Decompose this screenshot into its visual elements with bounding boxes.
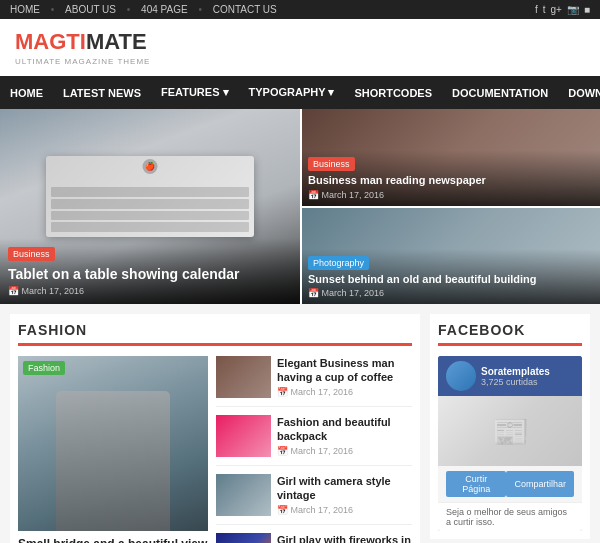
hero-item2-title: Sunset behind an old and beautiful build… — [308, 272, 594, 286]
facebook-section: FACEBOOK Soratemplates 3,725 curtidas 📰 — [430, 314, 590, 539]
fashion-main-title: Small bridge and a beautiful view of the… — [18, 536, 208, 543]
fashion-item4-title: Girl play with fireworks in nature — [277, 533, 412, 543]
hero-item-1[interactable]: Business Business man reading newspaper … — [300, 109, 600, 208]
nav-download[interactable]: DOWNLOAD THIS TEMPLATE — [558, 77, 600, 109]
fb-like-button[interactable]: Curtir Página — [446, 471, 506, 497]
fashion-item1-date: 📅 March 17, 2016 — [277, 387, 412, 397]
rss-icon[interactable]: ■ — [584, 4, 590, 15]
hero-main-tag: Business — [8, 247, 55, 261]
fashion-item3-title: Girl with camera style vintage — [277, 474, 412, 503]
twitter-icon[interactable]: t — [543, 4, 546, 15]
hero-item2-tag: Photography — [308, 256, 369, 270]
fb-sub-text: Seja o melhor de seus amigos a curtir is… — [438, 502, 582, 531]
hero-item2-date: 📅 March 17, 2016 — [308, 288, 594, 298]
hero-main-title: Tablet on a table showing calendar — [8, 265, 292, 283]
fashion-main-tag: Fashion — [23, 361, 65, 375]
nav-typography[interactable]: TYPOGRAPHY ▾ — [239, 76, 345, 109]
topbar-about[interactable]: ABOUT US — [65, 4, 116, 15]
fashion-section: FASHION Fashion Small bridge and a beaut… — [10, 314, 420, 543]
fashion-item2-title: Fashion and beautiful backpack — [277, 415, 412, 444]
fashion-item4-thumb — [216, 533, 271, 543]
logo-text-red: MAGTI — [15, 29, 86, 54]
fashion-item1-info: Elegant Business man having a cup of cof… — [277, 356, 412, 398]
logo-area: MAGTIMATE ULTIMATE MAGAZINE THEME — [0, 19, 600, 76]
fashion-list-item-3[interactable]: Girl with camera style vintage 📅 March 1… — [216, 474, 412, 525]
fb-avatar — [446, 361, 476, 391]
hero-item1-title: Business man reading newspaper — [308, 173, 594, 187]
fb-fans: 3,725 curtidas — [481, 377, 550, 387]
fashion-item1-thumb — [216, 356, 271, 398]
hero-main[interactable]: 🍎 Business Tablet on a table showing cal… — [0, 109, 300, 304]
fb-info: Soratemplates 3,725 curtidas — [481, 366, 550, 387]
top-bar-links[interactable]: HOME • ABOUT US • 404 PAGE • CONTACT US — [10, 4, 285, 15]
facebook-title: FACEBOOK — [438, 322, 582, 338]
logo-subtitle: ULTIMATE MAGAZINE THEME — [15, 57, 150, 66]
camera-icon[interactable]: 📷 — [567, 4, 579, 15]
hero-item1-tag: Business — [308, 157, 355, 171]
navigation: HOME LATEST NEWS FEATURES ▾ TYPOGRAPHY ▾… — [0, 76, 600, 109]
fashion-item4-info: Girl play with fireworks in nature 📅 Mar… — [277, 533, 412, 543]
fb-share-button[interactable]: Compartilhar — [506, 471, 574, 497]
fashion-item3-info: Girl with camera style vintage 📅 March 1… — [277, 474, 412, 516]
fashion-list: Elegant Business man having a cup of cof… — [216, 356, 412, 543]
hero-right: Business Business man reading newspaper … — [300, 109, 600, 304]
fashion-item2-info: Fashion and beautiful backpack 📅 March 1… — [277, 415, 412, 457]
nav-shortcodes[interactable]: SHORTCODES — [344, 77, 442, 109]
fb-header: Soratemplates 3,725 curtidas — [438, 356, 582, 396]
main-content: FASHION Fashion Small bridge and a beaut… — [0, 304, 600, 543]
right-column: FACEBOOK Soratemplates 3,725 curtidas 📰 — [420, 314, 590, 543]
facebook-box: Soratemplates 3,725 curtidas 📰 Curtir Pá… — [438, 356, 582, 531]
social-icons: f t g+ 📷 ■ — [535, 4, 590, 15]
fashion-item3-thumb — [216, 474, 271, 516]
fashion-section-header: FASHION — [18, 322, 412, 346]
nav-features[interactable]: FEATURES ▾ — [151, 76, 239, 109]
fb-actions: Curtir Página Compartilhar — [438, 466, 582, 502]
logo[interactable]: MAGTIMATE ULTIMATE MAGAZINE THEME — [15, 29, 150, 66]
nav-latest-news[interactable]: LATEST NEWS — [53, 77, 151, 109]
nav-home[interactable]: HOME — [0, 77, 53, 109]
hero-item-2[interactable]: Photography Sunset behind an old and bea… — [300, 208, 600, 305]
hero-main-date: 📅 March 17, 2016 — [8, 286, 292, 296]
fashion-item2-thumb — [216, 415, 271, 457]
left-column: FASHION Fashion Small bridge and a beaut… — [10, 314, 420, 543]
fb-page-name: Soratemplates — [481, 366, 550, 377]
nav-documentation[interactable]: DOCUMENTATION — [442, 77, 558, 109]
fashion-item1-title: Elegant Business man having a cup of cof… — [277, 356, 412, 385]
fb-image: 📰 — [438, 396, 582, 466]
fashion-list-item-1[interactable]: Elegant Business man having a cup of cof… — [216, 356, 412, 407]
topbar-home[interactable]: HOME — [10, 4, 40, 15]
topbar-404[interactable]: 404 PAGE — [141, 4, 188, 15]
fashion-item2-date: 📅 March 17, 2016 — [277, 446, 412, 456]
fashion-item3-date: 📅 March 17, 2016 — [277, 505, 412, 515]
facebook-section-header: FACEBOOK — [438, 322, 582, 346]
topbar-contact[interactable]: CONTACT US — [213, 4, 277, 15]
fashion-grid: Fashion Small bridge and a beautiful vie… — [18, 356, 412, 543]
top-bar: HOME • ABOUT US • 404 PAGE • CONTACT US … — [0, 0, 600, 19]
facebook-icon[interactable]: f — [535, 4, 538, 15]
fashion-title: FASHION — [18, 322, 412, 338]
googleplus-icon[interactable]: g+ — [551, 4, 562, 15]
logo-text-black: MATE — [86, 29, 147, 54]
fashion-list-item-2[interactable]: Fashion and beautiful backpack 📅 March 1… — [216, 415, 412, 466]
hero-section: 🍎 Business Tablet on a table showing cal… — [0, 109, 600, 304]
fb-content: 📰 Curtir Página Compartilhar Seja o melh… — [438, 396, 582, 531]
hero-item1-date: 📅 March 17, 2016 — [308, 190, 594, 200]
fashion-list-item-4[interactable]: Girl play with fireworks in nature 📅 Mar… — [216, 533, 412, 543]
fashion-main-image: Fashion — [18, 356, 208, 531]
fashion-main-item[interactable]: Fashion Small bridge and a beautiful vie… — [18, 356, 208, 543]
